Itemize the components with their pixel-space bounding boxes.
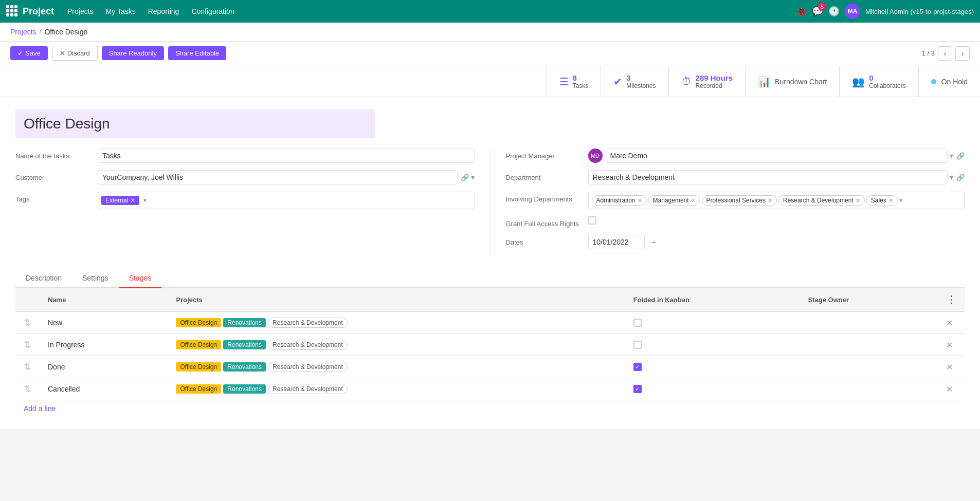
tags-control[interactable]: External ✕ ▾	[98, 192, 475, 209]
app-grid-menu[interactable]	[6, 5, 19, 17]
collaborators-icon: 👥	[852, 76, 865, 88]
add-line-button[interactable]: Add a line	[15, 400, 64, 417]
bug-icon[interactable]: 🐞	[795, 6, 807, 17]
dept-tag-sales-remove[interactable]: ✕	[888, 197, 893, 204]
clock-icon[interactable]: 🕐	[828, 6, 840, 17]
department-external-icon[interactable]: 🔗	[956, 174, 965, 181]
project-badge-renovations[interactable]: Renovations	[223, 384, 266, 394]
breadcrumb-parent[interactable]: Projects	[10, 28, 37, 36]
breadcrumb: Projects / Office Design	[0, 23, 980, 42]
project-manager-row: Project Manager MD Marc Demo ▾ 🔗	[506, 149, 965, 163]
tags-dropdown-icon[interactable]: ▾	[143, 197, 147, 204]
status-item[interactable]: On Hold	[919, 66, 980, 97]
project-badge-rd[interactable]: Research & Development	[268, 340, 348, 350]
tab-settings[interactable]: Settings	[72, 269, 119, 288]
project-badge-office-design[interactable]: Office Design	[176, 340, 221, 349]
drag-handle[interactable]: ⇅	[24, 384, 31, 394]
burndown-stat[interactable]: 📊 Burndown Chart	[746, 66, 840, 97]
chat-badge[interactable]: 💬 5	[812, 6, 823, 17]
dept-tag-administration-remove[interactable]: ✕	[638, 197, 642, 204]
involving-departments-tags[interactable]: Administration ✕ Management ✕ Profession…	[588, 192, 965, 209]
chart-icon: 📊	[758, 76, 771, 88]
dept-tag-management-remove[interactable]: ✕	[691, 197, 696, 204]
project-manager-dropdown-icon[interactable]: ▾	[950, 152, 953, 160]
tab-stages[interactable]: Stages	[119, 269, 162, 288]
department-control: Research & Development ▾ 🔗	[588, 170, 965, 184]
check-icon: ✓	[17, 49, 23, 57]
folded-checkbox[interactable]	[633, 319, 642, 327]
drag-handle[interactable]: ⇅	[24, 362, 31, 372]
avatar[interactable]: MA	[845, 4, 860, 19]
delete-row-button[interactable]: ✕	[946, 363, 953, 372]
collaborators-stat[interactable]: 👥 0 Collaborators	[840, 66, 918, 97]
discard-button[interactable]: ✕ Discard	[52, 46, 98, 61]
tags-row: Tags External ✕ ▾	[15, 192, 475, 209]
project-badge-office-design[interactable]: Office Design	[176, 318, 221, 327]
milestones-stat[interactable]: ✔ 3 Milestones	[601, 66, 668, 97]
project-manager-label: Project Manager	[506, 149, 588, 160]
grant-access-row: Grant Full Access Rights	[506, 216, 965, 228]
project-badge-office-design[interactable]: Office Design	[176, 362, 221, 372]
project-badge-renovations[interactable]: Renovations	[223, 340, 266, 349]
customer-value[interactable]: YourCompany, Joel Willis	[98, 170, 458, 184]
folded-checkbox[interactable]	[633, 341, 642, 349]
main-content: Name of the tasks Tasks Customer YourCom…	[0, 97, 980, 429]
pagination-next[interactable]: ›	[955, 46, 970, 61]
project-badge-office-design[interactable]: Office Design	[176, 384, 221, 394]
tag-external-remove[interactable]: ✕	[130, 197, 135, 204]
customer-external-link-icon[interactable]: 🔗	[461, 174, 469, 181]
nav-reporting[interactable]: Reporting	[143, 5, 185, 17]
project-badge-renovations[interactable]: Renovations	[223, 362, 266, 372]
tasks-icon: ☰	[559, 76, 569, 88]
project-title-input[interactable]	[15, 109, 375, 138]
folded-checkbox-checked[interactable]: ✓	[633, 385, 642, 393]
col-drag	[15, 288, 40, 311]
nav-right-area: 🐞 💬 5 🕐 MA Mitchell Admin (v15-to-projct…	[795, 4, 974, 19]
project-badge-renovations[interactable]: Renovations	[223, 318, 266, 327]
name-of-tasks-row: Name of the tasks Tasks	[15, 149, 475, 163]
department-dropdown-icon[interactable]: ▾	[950, 173, 953, 181]
project-badge-rd[interactable]: Research & Development	[268, 384, 348, 394]
folded-checkbox-checked[interactable]: ✓	[633, 363, 642, 371]
col-folded: Folded in Kanban	[625, 288, 800, 311]
dept-tag-professional-services-remove[interactable]: ✕	[768, 197, 772, 204]
delete-row-button[interactable]: ✕	[946, 341, 953, 349]
project-manager-external-icon[interactable]: 🔗	[956, 152, 965, 160]
name-of-tasks-value[interactable]: Tasks	[98, 149, 475, 163]
col-name: Name	[40, 288, 168, 311]
stage-name: Done	[40, 356, 168, 378]
tags-input[interactable]: External ✕ ▾	[98, 192, 475, 209]
stage-name: Cancelled	[40, 378, 168, 400]
stage-folded	[625, 311, 800, 334]
project-badge-rd[interactable]: Research & Development	[268, 318, 348, 328]
share-readonly-button[interactable]: Share Readonly	[102, 46, 164, 60]
pagination-prev[interactable]: ‹	[938, 46, 952, 61]
share-editable-button[interactable]: Share Editable	[168, 46, 226, 60]
customer-dropdown-icon[interactable]: ▾	[471, 173, 475, 181]
tab-description[interactable]: Description	[15, 269, 72, 288]
customer-row: Customer YourCompany, Joel Willis 🔗 ▾	[15, 170, 475, 184]
project-badge-rd[interactable]: Research & Development	[268, 362, 348, 372]
delete-row-button[interactable]: ✕	[946, 319, 953, 327]
breadcrumb-separator: /	[40, 28, 42, 36]
department-value[interactable]: Research & Development	[588, 170, 948, 184]
grant-access-checkbox[interactable]	[588, 216, 596, 225]
project-manager-value[interactable]: Marc Demo	[606, 149, 948, 163]
dates-row: Dates 10/01/2022 →	[506, 235, 965, 249]
involving-dept-dropdown-icon[interactable]: ▾	[899, 197, 902, 204]
delete-row-button[interactable]: ✕	[946, 385, 953, 394]
tasks-stat[interactable]: ☰ 8 Tasks	[547, 66, 602, 97]
stage-folded: ✓	[625, 356, 800, 378]
drag-handle[interactable]: ⇅	[24, 340, 31, 350]
top-navigation: Project Projects My Tasks Reporting Conf…	[0, 0, 980, 23]
breadcrumb-current: Office Design	[44, 28, 87, 36]
save-button[interactable]: ✓ Save	[10, 46, 48, 60]
table-options-icon[interactable]: ⋮	[946, 294, 956, 305]
dates-start[interactable]: 10/01/2022	[588, 235, 645, 249]
nav-my-tasks[interactable]: My Tasks	[101, 5, 141, 17]
drag-handle[interactable]: ⇅	[24, 318, 31, 328]
hours-stat[interactable]: ⏱ 289 Hours Recorded	[669, 66, 746, 97]
nav-projects[interactable]: Projects	[62, 5, 99, 17]
dept-tag-research-remove[interactable]: ✕	[856, 197, 860, 204]
nav-configuration[interactable]: Configuration	[186, 5, 239, 17]
